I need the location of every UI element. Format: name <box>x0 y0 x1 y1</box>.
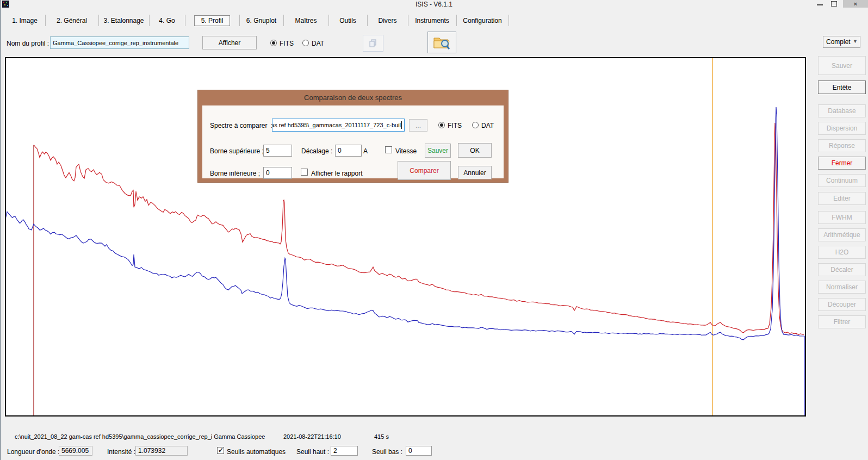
sidebar-button-arithm-tique[interactable]: Arithmétique <box>818 228 866 241</box>
dialog-fits-radio[interactable] <box>438 122 445 128</box>
wavelength-label: Longueur d'onde : <box>7 448 59 456</box>
sidebar-button-label: Normaliser <box>826 283 858 291</box>
spectre-a-comparer-label: Spectre à comparer : <box>210 122 272 129</box>
sidebar-button-label: Sauver <box>832 62 852 70</box>
close-button[interactable]: ✕ <box>843 0 868 8</box>
sidebar-button-label: Database <box>828 107 855 115</box>
vitesse-label: Vitesse <box>395 147 417 155</box>
borne-inferieure-label: Borne inférieure ; <box>210 170 260 177</box>
sidebar-button-h2o[interactable]: H2O <box>818 246 866 259</box>
ok-button[interactable]: OK <box>458 143 492 158</box>
annuler-button[interactable]: Annuler <box>458 166 492 179</box>
browse-folder-button[interactable] <box>427 32 456 53</box>
tab-label: 5. Profil <box>194 15 231 26</box>
dialog-sauver-button[interactable]: Sauver <box>425 144 451 158</box>
restore-button[interactable] <box>831 1 837 7</box>
sidebar-button-d-caler[interactable]: Décaler <box>818 263 866 276</box>
seuil-bas-input[interactable]: 0 <box>406 446 432 456</box>
dat-radio[interactable] <box>302 40 309 46</box>
sidebar-button-d-couper[interactable]: Découper <box>818 298 866 311</box>
sidebar-button-fwhm[interactable]: FWHM <box>818 211 866 224</box>
sidebar-button-label: Réponse <box>829 142 855 150</box>
decalage-label: Décalage : <box>301 147 332 155</box>
dialog-title: Comparaison de deux spectres <box>198 94 508 102</box>
tab-3-etalonnage[interactable]: 3. Etalonnage <box>98 15 150 26</box>
tab-label: Outils <box>339 17 356 24</box>
vitesse-checkbox[interactable] <box>385 146 392 153</box>
wavelength-value: 5669.005 <box>59 446 92 456</box>
copy-button[interactable] <box>363 35 383 52</box>
tab-label: Divers <box>378 17 396 24</box>
tab-ma-tres[interactable]: Maîtres <box>283 15 329 26</box>
sidebar-button-label: Décaler <box>830 266 853 273</box>
status-timestamp: 2021-08-22T21:16:10 <box>283 433 341 440</box>
seuils-auto-checkbox[interactable] <box>217 447 224 454</box>
tab-outils[interactable]: Outils <box>328 15 368 26</box>
tab-5-profil[interactable]: 5. Profil <box>185 15 240 26</box>
sidebar-button-label: Découper <box>828 301 856 308</box>
dat-radio-label: DAT <box>312 40 324 47</box>
spectre-a-comparer-input[interactable]: :as ref hd5395\_gammacas_20111117_723_c-… <box>272 119 405 132</box>
tab-label: 6. Gnuplot <box>246 17 276 24</box>
sidebar-button-label: Dispersion <box>827 125 858 132</box>
window-frame-left <box>0 0 1 460</box>
copy-icon <box>368 39 378 48</box>
sidebar-button-database[interactable]: Database <box>818 104 866 117</box>
sidebar-button-editer[interactable]: Editer <box>818 192 866 205</box>
sidebar-button-normaliser[interactable]: Normaliser <box>818 281 866 294</box>
sidebar-button-label: Fermer <box>832 159 853 167</box>
sidebar-button-dispersion[interactable]: Dispersion <box>818 122 866 135</box>
dialog-dat-label: DAT <box>481 122 494 129</box>
tab-configuration[interactable]: Configuration <box>456 15 509 26</box>
text-caret <box>401 121 402 129</box>
sidebar-button-label: Arithmétique <box>823 231 860 239</box>
tab-6-gnuplot[interactable]: 6. Gnuplot <box>239 15 284 26</box>
profile-name-input[interactable]: Gamma_Cassiopee_corrige_rep_instrumental… <box>50 36 189 49</box>
tab-4-go[interactable]: 4. Go <box>149 15 185 26</box>
decalage-input[interactable]: 0 <box>335 145 362 157</box>
sidebar-button-continuum[interactable]: Continuum <box>818 174 866 187</box>
folder-search-icon <box>433 35 451 50</box>
close-icon: ✕ <box>853 1 858 7</box>
window-title: ISIS - V6.1.1 <box>0 1 868 8</box>
rapport-label: Afficher le rapport <box>311 170 363 177</box>
tab-label: 2. Général <box>57 17 87 24</box>
fits-radio-label: FITS <box>280 40 294 47</box>
sidebar-button-r-ponse[interactable]: Réponse <box>818 139 866 152</box>
sidebar-button-label: Filtrer <box>834 318 851 326</box>
borne-inferieure-input[interactable]: 0 <box>263 167 292 179</box>
sidebar-button-label: FWHM <box>832 214 852 221</box>
sidebar-button-ent-te[interactable]: Entête <box>818 80 866 94</box>
status-path: c:\nuit_2021_08_22 gam-cas ref hd5395\ga… <box>15 433 265 440</box>
sidebar-button-filtrer[interactable]: Filtrer <box>818 315 866 328</box>
tab-2-g-n-ral[interactable]: 2. Général <box>45 15 99 26</box>
dialog-fits-label: FITS <box>448 122 462 129</box>
borne-superieure-input[interactable]: 5 <box>263 145 292 157</box>
sidebar-button-label: Continuum <box>826 177 858 184</box>
sidebar-button-fermer[interactable]: Fermer <box>818 157 866 170</box>
sidebar-button-sauver[interactable]: Sauver <box>818 56 866 75</box>
profile-name-label: Nom du profil : <box>7 40 49 47</box>
intensity-label: Intensité : <box>107 448 135 456</box>
borne-superieure-label: Borne supérieure ; <box>210 147 264 155</box>
title-bar: ISIS - V6.1.1 ✕ <box>0 0 868 9</box>
intensity-value: 1.073932 <box>135 446 188 456</box>
mode-dropdown[interactable]: Complet ▼ <box>823 36 860 48</box>
rapport-checkbox[interactable] <box>301 169 308 176</box>
tab-instruments[interactable]: Instruments <box>408 15 457 26</box>
seuil-haut-label: Seuil haut : <box>296 448 329 456</box>
fits-radio[interactable] <box>270 40 277 46</box>
sidebar-button-label: Editer <box>833 195 850 202</box>
tab-1-image[interactable]: 1. Image <box>4 15 46 26</box>
browse-spectre-button[interactable]: ... <box>409 119 427 132</box>
dialog-dat-radio[interactable] <box>472 122 479 128</box>
tab-label: 4. Go <box>159 17 175 24</box>
minimize-button[interactable] <box>817 4 823 5</box>
seuil-bas-label: Seuil bas : <box>372 448 402 456</box>
tab-label: Instruments <box>415 17 449 24</box>
seuil-haut-input[interactable]: 2 <box>331 446 358 456</box>
afficher-button[interactable]: Afficher <box>202 36 257 49</box>
seuils-auto-label: Seuils automatiques <box>227 448 286 456</box>
comparer-button[interactable]: Comparer <box>398 161 451 180</box>
tab-divers[interactable]: Divers <box>367 15 408 26</box>
